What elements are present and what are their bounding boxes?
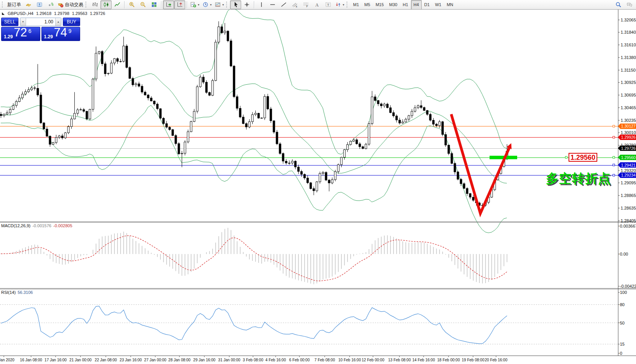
timeframe-m30-label: M30: [389, 2, 397, 7]
dropdown-arrow-icon[interactable]: ▾: [222, 3, 224, 7]
buy-price-button[interactable]: 1.29 74 9: [41, 27, 81, 41]
arrows-icon: [335, 2, 341, 8]
time-tick-label: 10 Feb 16:00: [339, 358, 361, 362]
tile-windows-icon[interactable]: [148, 0, 159, 9]
buy-price-prefix: 1.29: [44, 34, 53, 39]
line-handle[interactable]: [565, 156, 567, 158]
signal-center-icon: [48, 2, 54, 8]
time-tick-label: 18 Feb 00:00: [437, 358, 460, 362]
toolbar-separator: [254, 1, 254, 8]
horizontal-line-icon[interactable]: [267, 0, 278, 9]
vertical-line-icon: [258, 2, 265, 8]
text-icon: A: [314, 2, 320, 8]
chat-icon[interactable]: [624, 0, 635, 9]
timeframe-h1[interactable]: H1: [400, 0, 411, 10]
one-click-trading-panel: SELL ▼ ▲ BUY 1.29 72 6 1.29 74 9: [1, 18, 80, 41]
rsi-tick-label: 100: [620, 290, 627, 295]
line-handle[interactable]: [613, 125, 615, 127]
timeframe-m5[interactable]: M5: [362, 0, 373, 10]
rsi-tick-label: 50: [620, 321, 624, 325]
sell-price-button[interactable]: 1.29 72 6: [1, 27, 40, 41]
line-handle[interactable]: [613, 174, 615, 176]
price-callout-box[interactable]: 1.29560: [569, 153, 597, 162]
timeframe-w1[interactable]: W1: [432, 0, 444, 10]
auto-scroll-icon[interactable]: [163, 0, 174, 9]
time-tick-label: 17 Jan 16:00: [44, 358, 67, 362]
account-icon[interactable]: [34, 0, 45, 9]
time-tick-label: 27 Jan 00:00: [144, 358, 166, 362]
dropdown-arrow-icon[interactable]: ▾: [210, 3, 212, 7]
dropdown-arrow-icon[interactable]: ▾: [343, 3, 344, 7]
timeframe-d1[interactable]: D1: [422, 0, 432, 10]
timeframe-h1-label: H1: [403, 2, 408, 7]
periods-icon[interactable]: ▾: [201, 0, 213, 9]
indicator-axes: 0.0036670.00-0.004221008050150: [618, 224, 636, 356]
auto-trading-button[interactable]: 自动交易: [56, 0, 85, 9]
horizontal-line-icon: [270, 2, 276, 8]
price-tick-label: 1.28865: [621, 193, 636, 198]
volume-decrease-button[interactable]: ▼: [20, 18, 26, 26]
new-chart-icon[interactable]: ▾: [189, 0, 201, 9]
volume-input[interactable]: [26, 18, 55, 26]
zoom-in-icon[interactable]: [126, 0, 137, 9]
time-tick-label: 4 Feb 16:00: [265, 358, 286, 362]
red-trend-arrow[interactable]: [451, 114, 510, 213]
ohlc-open: 1.29618: [36, 11, 51, 16]
line-handle[interactable]: [613, 156, 615, 158]
line-handle[interactable]: [613, 136, 615, 138]
arrows-icon[interactable]: ▾: [334, 0, 346, 9]
price-tick-label: 1.28405: [621, 218, 636, 223]
text-icon[interactable]: A: [311, 0, 322, 9]
ohlc-close: 1.29726: [90, 11, 105, 16]
chart-shift-icon[interactable]: [174, 0, 185, 9]
chart-area[interactable]: 1.320651.318401.316101.313801.311501.309…: [0, 10, 636, 364]
timeframe-m30[interactable]: M30: [386, 0, 400, 10]
timeframe-m1-label: M1: [353, 2, 359, 7]
time-axis[interactable]: 15 Jan 202016 Jan 08:0017 Jan 16:0021 Ja…: [0, 356, 508, 362]
sell-button[interactable]: SELL: [1, 18, 18, 26]
line-handle[interactable]: [613, 164, 615, 166]
chart-canvas[interactable]: 1.320651.318401.316101.313801.311501.309…: [0, 10, 636, 364]
crosshair-icon[interactable]: [241, 0, 252, 9]
line-chart-icon: [114, 2, 120, 8]
cursor-icon[interactable]: [230, 0, 241, 9]
volume-increase-button[interactable]: ▲: [55, 18, 61, 26]
zoom-out-icon[interactable]: [137, 0, 148, 9]
buy-button[interactable]: BUY: [63, 18, 80, 26]
candlestick-chart-icon[interactable]: [100, 0, 112, 9]
price-axis[interactable]: 1.320651.318401.316101.313801.311501.309…: [618, 18, 636, 223]
signal-center-icon[interactable]: [45, 0, 56, 9]
price-tick-label: 1.32065: [621, 18, 636, 22]
search-icon[interactable]: [613, 0, 624, 9]
templates-icon[interactable]: ▾: [213, 0, 225, 9]
line-chart-icon[interactable]: [112, 0, 123, 9]
time-tick-label: 21 Jan 00:00: [69, 358, 92, 362]
pivot-note-text[interactable]: 多空转折点: [546, 170, 611, 187]
text-label-icon: T: [325, 2, 331, 8]
new-order-button[interactable]: 新订单: [6, 0, 23, 9]
bar-chart-icon[interactable]: [89, 0, 100, 9]
deposit-icon[interactable]: [23, 0, 34, 9]
time-tick-label: 28 Jan 08:00: [168, 358, 191, 362]
timeframe-m15[interactable]: M15: [373, 0, 386, 10]
timeframe-mn[interactable]: MN: [444, 0, 456, 10]
fibonacci-icon[interactable]: F: [300, 0, 311, 9]
text-label-icon[interactable]: T: [322, 0, 334, 9]
timeframe-m1[interactable]: M1: [350, 0, 362, 10]
equidistant-channel-icon[interactable]: E: [289, 0, 300, 9]
ohlc-low: 1.29563: [72, 11, 87, 16]
macd-tick-label: 0.003667: [620, 224, 636, 228]
vertical-line-icon[interactable]: [256, 0, 267, 9]
chart-shift-icon: [177, 2, 183, 8]
price-tick-label: 1.29095: [621, 180, 636, 185]
bb-middle-band: [1, 74, 507, 183]
tile-windows-icon: [151, 2, 157, 8]
price-tag-label: 1.29421: [621, 163, 636, 167]
trendline-icon[interactable]: [278, 0, 289, 9]
fibonacci-icon: F: [303, 2, 309, 8]
dropdown-arrow-icon[interactable]: ▾: [198, 3, 199, 7]
price-tick-label: 1.28635: [621, 206, 636, 210]
timeframe-h4-label: H4: [414, 2, 419, 7]
timeframe-h4[interactable]: H4: [411, 0, 422, 10]
time-tick-label: 15 Jan 2020: [0, 358, 15, 362]
